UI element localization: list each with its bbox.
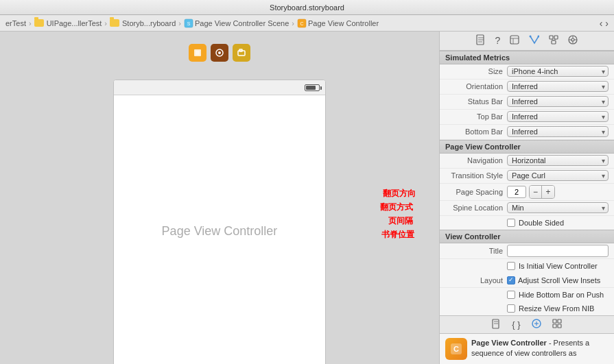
navigation-control[interactable]: Horizontal bbox=[507, 155, 609, 166]
stepper-decrement[interactable]: − bbox=[530, 186, 542, 198]
size-select[interactable]: iPhone 4-inch bbox=[507, 66, 609, 77]
simulated-metrics-header: Simulated Metrics bbox=[440, 51, 614, 64]
status-bar-row: Status Bar Inferred bbox=[440, 95, 614, 110]
svg-rect-19 bbox=[550, 36, 553, 39]
main-area: Page View Controller 翻页方向 翻页方式 页间隔 书脊位置 … bbox=[0, 32, 614, 364]
breadcrumb-item-3[interactable]: Storyb...ryboard bbox=[122, 19, 176, 27]
status-bar-control[interactable]: Inferred bbox=[507, 96, 609, 107]
spine-row: Spine Location Min bbox=[440, 201, 614, 216]
orientation-row: Orientation Inferred bbox=[440, 80, 614, 95]
orientation-control[interactable]: Inferred bbox=[507, 81, 609, 92]
svg-rect-21 bbox=[552, 40, 556, 44]
title-control[interactable] bbox=[507, 245, 609, 257]
orientation-select[interactable]: Inferred bbox=[507, 81, 609, 92]
size-label: Size bbox=[445, 67, 507, 75]
sep1: › bbox=[29, 19, 32, 27]
bottom-description: C Page View Controller - Presents a sequ… bbox=[440, 333, 614, 364]
canvas-icon-yellow[interactable] bbox=[233, 44, 250, 62]
top-bar-select[interactable]: Inferred bbox=[507, 111, 609, 122]
bottom-bar-control[interactable]: Inferred bbox=[507, 126, 609, 137]
breadcrumb-nav: ‹ › bbox=[600, 18, 609, 29]
svg-text:C: C bbox=[453, 345, 459, 353]
toolbar-icon-braces[interactable]: { } bbox=[512, 319, 520, 330]
svg-rect-20 bbox=[554, 36, 558, 39]
right-panel: ? Simulated Metrics Size iPhone 4-inch bbox=[439, 32, 614, 364]
panel-icon-history[interactable] bbox=[568, 35, 578, 47]
svg-point-25 bbox=[571, 38, 574, 41]
top-bar-control[interactable]: Inferred bbox=[507, 111, 609, 122]
toolbar-icon-doc[interactable] bbox=[492, 319, 501, 331]
double-sided-area: Double Sided bbox=[445, 219, 609, 227]
breadcrumb-item-4[interactable]: Page View Controller Scene bbox=[195, 19, 289, 27]
initial-vc-area: Is Initial View Controller bbox=[445, 262, 609, 270]
spine-control[interactable]: Min bbox=[507, 202, 609, 213]
hide-bottom-label: Hide Bottom Bar on Push bbox=[519, 291, 604, 299]
breadcrumb-bar: erTest › UIPage...llerTest › Storyb...ry… bbox=[0, 15, 614, 32]
page-spacing-label: Page Spacing bbox=[445, 188, 507, 196]
hide-bottom-row: Hide Bottom Bar on Push bbox=[440, 288, 614, 302]
controller-icon: C bbox=[297, 19, 307, 28]
toolbar-icon-grid[interactable] bbox=[552, 319, 562, 330]
breadcrumb-item-1[interactable]: erTest bbox=[5, 19, 26, 27]
svg-rect-30 bbox=[493, 319, 499, 328]
panel-icons-bar: ? bbox=[440, 32, 614, 51]
status-bar bbox=[114, 80, 325, 95]
title-bar: Storyboard.storyboard bbox=[0, 0, 614, 15]
initial-vc-checkbox[interactable] bbox=[507, 262, 515, 270]
panel-icon-connections[interactable] bbox=[549, 35, 558, 47]
title-row: Title bbox=[440, 243, 614, 259]
svg-rect-36 bbox=[553, 319, 556, 323]
navigation-select[interactable]: Horizontal bbox=[507, 155, 609, 166]
desc-title: Page View Controller bbox=[471, 339, 547, 347]
svg-rect-37 bbox=[558, 319, 561, 323]
sep3: › bbox=[178, 19, 181, 27]
title-input[interactable] bbox=[507, 245, 609, 257]
svg-rect-5 bbox=[196, 51, 200, 55]
nav-forward[interactable]: › bbox=[605, 18, 609, 29]
iphone-content: Page View Controller bbox=[114, 95, 325, 364]
canvas-icon-brown[interactable] bbox=[211, 44, 228, 62]
top-bar-row: Top Bar Inferred bbox=[440, 110, 614, 125]
spine-select[interactable]: Min bbox=[507, 202, 609, 213]
size-row: Size iPhone 4-inch bbox=[440, 64, 614, 80]
size-control[interactable]: iPhone 4-inch bbox=[507, 66, 609, 77]
svg-text:C: C bbox=[300, 21, 303, 26]
panel-icon-square[interactable] bbox=[510, 35, 519, 47]
double-sided-checkbox[interactable] bbox=[507, 219, 515, 227]
orientation-label: Orientation bbox=[445, 82, 507, 90]
title-label: Title bbox=[445, 247, 507, 255]
page-spacing-control[interactable]: 2 − + bbox=[507, 185, 609, 199]
breadcrumb-item-2[interactable]: UIPage...llerTest bbox=[47, 19, 102, 27]
desc-icon: C bbox=[445, 338, 467, 360]
panel-icon-attributes[interactable] bbox=[529, 35, 539, 47]
svg-text:S: S bbox=[187, 21, 191, 26]
hide-bottom-checkbox[interactable] bbox=[507, 291, 515, 299]
annotation-transition: 翻页方式 bbox=[380, 202, 413, 213]
transition-control[interactable]: Page Curl bbox=[507, 170, 609, 181]
layout-label: Layout bbox=[445, 276, 507, 284]
stepper-increment[interactable]: + bbox=[542, 186, 554, 198]
navigation-row: Navigation Horizontal bbox=[440, 154, 614, 169]
bottom-bar-select[interactable]: Inferred bbox=[507, 126, 609, 137]
adjust-scroll-checkbox[interactable]: ✓ bbox=[507, 276, 515, 284]
status-bar-label: Status Bar bbox=[445, 97, 507, 106]
canvas-area: Page View Controller 翻页方向 翻页方式 页间隔 书脊位置 bbox=[0, 32, 439, 364]
canvas-controller-label: Page View Controller bbox=[162, 224, 278, 239]
page-spacing-value: 2 bbox=[507, 186, 526, 198]
layout-control: ✓ Adjust Scroll View Insets bbox=[507, 276, 609, 284]
panel-icon-file[interactable] bbox=[476, 34, 486, 47]
status-bar-select[interactable]: Inferred bbox=[507, 96, 609, 107]
hide-bottom-area: Hide Bottom Bar on Push bbox=[445, 291, 609, 299]
toolbar-icon-circle[interactable] bbox=[532, 319, 541, 330]
breadcrumb-item-5[interactable]: Page View Controller bbox=[308, 19, 379, 27]
nav-back[interactable]: ‹ bbox=[600, 18, 603, 29]
stepper-buttons: − + bbox=[529, 185, 555, 199]
folder-icon-2 bbox=[110, 19, 119, 27]
panel-icon-help[interactable]: ? bbox=[495, 35, 501, 46]
transition-row: Transition Style Page Curl bbox=[440, 169, 614, 184]
resize-view-checkbox[interactable] bbox=[507, 304, 515, 313]
canvas-icon-orange[interactable] bbox=[189, 44, 206, 62]
transition-select[interactable]: Page Curl bbox=[507, 170, 609, 181]
adjust-scroll-label: Adjust Scroll View Insets bbox=[518, 276, 600, 284]
svg-point-17 bbox=[530, 35, 532, 37]
